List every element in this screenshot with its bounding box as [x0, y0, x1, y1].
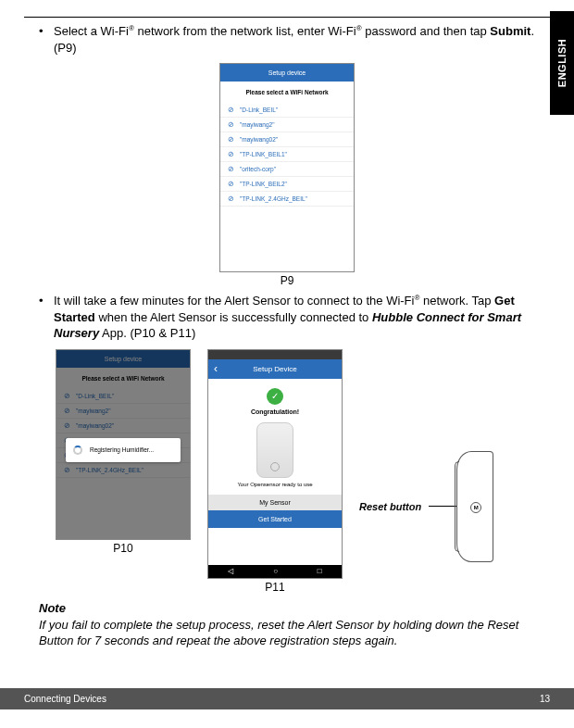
motorola-logo-icon: M — [470, 502, 481, 513]
wifi-icon: ⊘ — [228, 195, 234, 203]
p11-header: ‹ Setup Device — [208, 359, 342, 379]
registering-dialog: Registering Humidifier... — [66, 438, 181, 462]
screenshot-p10: Setup device Please select a WiFi Networ… — [56, 349, 191, 540]
p9-header: Setup device — [220, 64, 354, 82]
wifi-icon: ⊘ — [228, 135, 234, 144]
sensor-image — [256, 422, 293, 478]
check-icon: ✓ — [267, 388, 283, 405]
wifi-item: ⊘"D-Link_BEIL" — [220, 103, 354, 118]
page-footer: Connecting Devices 13 — [0, 688, 574, 709]
sensor-outline: M — [456, 451, 493, 562]
note-heading: Note — [39, 601, 550, 615]
wifi-icon: ⊘ — [228, 120, 234, 129]
language-tab: ENGLISH — [550, 11, 574, 115]
bullet-item-1: • Select a Wi-Fi® network from the netwo… — [39, 23, 550, 56]
status-bar — [208, 350, 342, 359]
p9-subtitle: Please select a WiFi Network — [220, 82, 354, 103]
nav-recent-icon: □ — [318, 567, 322, 575]
my-sensor-row: My Sensor — [208, 495, 342, 510]
wifi-item: ⊘"TP-LINK_BEIL1" — [220, 147, 354, 162]
dialog-text: Registering Humidifier... — [90, 446, 154, 453]
bullet-dot: • — [39, 293, 54, 342]
footer-right: 13 — [540, 694, 550, 704]
wifi-icon: ⊘ — [228, 106, 234, 114]
back-icon: ‹ — [214, 362, 218, 375]
p10-caption: P10 — [113, 542, 132, 555]
wifi-item: ⊘"oritech-corp" — [220, 162, 354, 177]
wifi-icon: ⊘ — [228, 180, 234, 188]
bullet-dot: • — [39, 23, 54, 56]
screenshot-p11: ‹ Setup Device ✓ Congratulation! Your Op… — [207, 349, 343, 579]
p11-caption: P11 — [265, 581, 284, 594]
footer-left: Connecting Devices — [24, 694, 106, 704]
screenshot-p9: Setup device Please select a WiFi Networ… — [219, 63, 355, 272]
wifi-item: ⊘"TP-LINK_BEIL2" — [220, 177, 354, 192]
bullet-text-1: Select a Wi-Fi® network from the network… — [54, 23, 550, 56]
wifi-item: ⊘"TP-LINK_2.4GHz_BEIL" — [220, 192, 354, 207]
callout-line — [429, 506, 456, 507]
nav-home-icon: ○ — [273, 567, 278, 575]
bullet-item-2: • It will take a few minutes for the Ale… — [39, 293, 550, 342]
congrats-text: Congratulation! — [208, 408, 342, 415]
bullet-text-2: It will take a few minutes for the Alert… — [54, 293, 550, 342]
nav-back-icon: ◁ — [228, 567, 233, 575]
reset-label: Reset button — [359, 501, 421, 512]
get-started-button: Get Started — [208, 510, 342, 528]
language-text: ENGLISH — [556, 39, 568, 87]
ready-text: Your Opensensor ready to use — [208, 482, 342, 487]
wifi-item: ⊘"mayiwang02" — [220, 132, 354, 147]
reset-callout: Reset button M — [359, 451, 493, 562]
android-navbar: ◁○□ — [208, 565, 342, 578]
p9-caption: P9 — [281, 274, 294, 287]
wifi-item: ⊘"mayiwang2" — [220, 118, 354, 132]
wifi-icon: ⊘ — [228, 150, 234, 158]
spinner-icon — [73, 446, 82, 455]
note-body: If you fail to complete the setup proces… — [39, 617, 526, 649]
wifi-icon: ⊘ — [228, 165, 234, 173]
